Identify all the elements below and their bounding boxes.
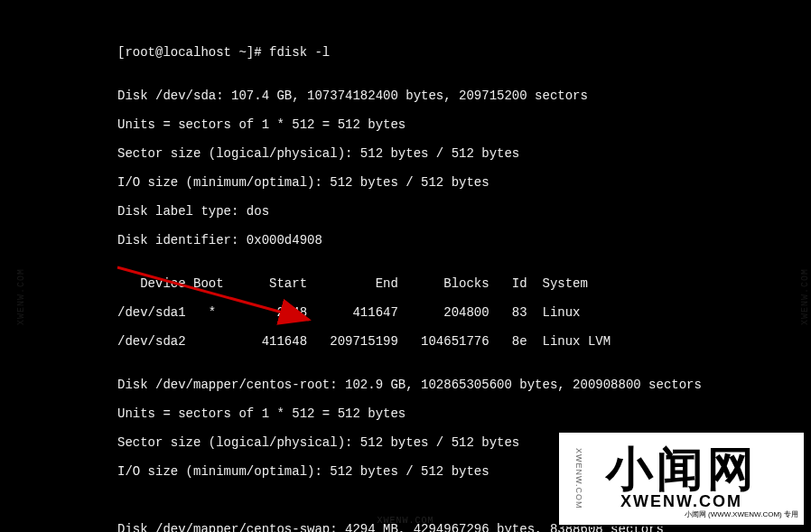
output-line: Units = sectors of 1 * 512 = 512 bytes: [117, 406, 702, 421]
table-row: /dev/sda2 411648 209715199 104651776 8e …: [117, 334, 702, 349]
watermark-badge: XWENW.COM 小闻网 XWENW.COM 小闻网 (WWW.XWENW.C…: [557, 431, 806, 527]
watermark-stripe: XWENW.COM: [563, 436, 595, 521]
prompt-line: [root@localhost ~]# fdisk -l: [117, 45, 702, 60]
table-row: /dev/sda1 * 2048 411647 204800 83 Linux: [117, 305, 702, 320]
output-line: Disk label type: dos: [117, 204, 702, 219]
output-line: Sector size (logical/physical): 512 byte…: [117, 146, 702, 161]
background-watermark: XWENW.COM: [14, 268, 29, 325]
watermark-title-en: XWENW.COM: [620, 494, 742, 509]
watermark-title-cn: 小闻网: [606, 445, 758, 492]
output-line: Units = sectors of 1 * 512 = 512 bytes: [117, 117, 702, 132]
output-line: Disk identifier: 0x000d4908: [117, 233, 702, 247]
watermark-footer: 小闻网 (WWW.XWENW.COM) 专用: [685, 508, 798, 522]
background-watermark: XWENW.COM: [798, 268, 811, 325]
output-line: I/O size (minimum/optimal): 512 bytes / …: [117, 175, 702, 190]
output-line: Disk /dev/sda: 107.4 GB, 107374182400 by…: [117, 89, 702, 103]
table-header: Device Boot Start End Blocks Id System: [117, 276, 702, 291]
output-line: Disk /dev/mapper/centos-root: 102.9 GB, …: [117, 378, 702, 392]
background-watermark: XWENW.COM: [377, 514, 433, 528]
